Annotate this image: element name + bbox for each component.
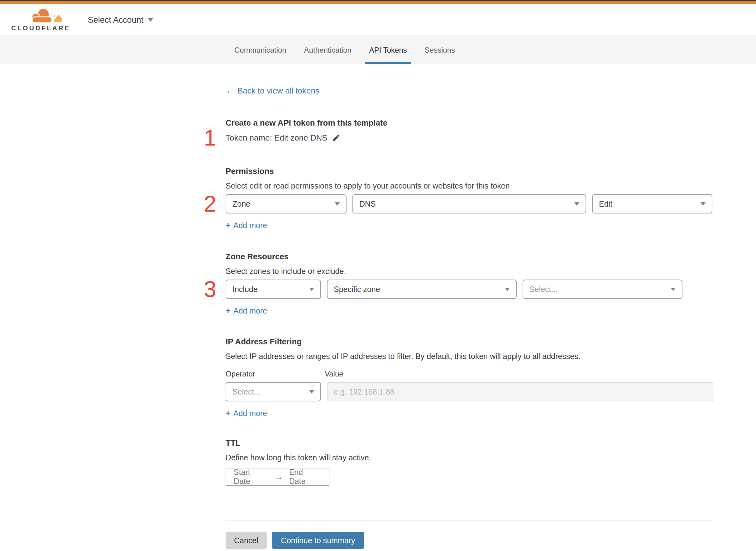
cloudflare-wordmark: CLOUDFLARE xyxy=(11,24,70,32)
section-description: Select IP addresses or ranges of IP addr… xyxy=(226,352,756,361)
end-date-label: End Date xyxy=(289,468,321,486)
dropdown-placeholder: Select... xyxy=(530,285,558,294)
arrow-right-icon: → xyxy=(275,472,283,482)
section-token-template: Create a new API token from this templat… xyxy=(226,118,756,143)
permission-scope-dropdown[interactable]: Zone xyxy=(226,194,346,213)
zone-type-dropdown[interactable]: Specific zone xyxy=(327,280,517,299)
zone-resources-row: 3 Include Specific zone Select... xyxy=(226,280,756,299)
ip-filtering-row: Select... xyxy=(226,382,756,401)
chevron-down-icon xyxy=(148,18,153,22)
caret-down-icon xyxy=(671,288,676,291)
tab-label: Authentication xyxy=(304,46,351,55)
zone-resources-add-more-link[interactable]: + Add more xyxy=(226,306,267,316)
edit-pencil-icon[interactable] xyxy=(332,134,340,142)
section-description: Select edit or read permissions to apply… xyxy=(226,181,756,190)
permission-access-dropdown[interactable]: Edit xyxy=(592,194,712,213)
ip-value-input xyxy=(327,382,713,401)
back-to-tokens-link[interactable]: ← Back to view all tokens xyxy=(226,86,319,95)
dropdown-value: Zone xyxy=(232,199,250,208)
permission-service-dropdown[interactable]: DNS xyxy=(352,194,586,213)
tab-authentication[interactable]: Authentication xyxy=(300,36,356,64)
ttl-date-range-picker[interactable]: Start Date → End Date xyxy=(226,468,329,486)
add-more-label: Add more xyxy=(233,409,267,418)
footer-divider xyxy=(226,520,714,520)
footer-actions: Cancel Continue to summary xyxy=(226,532,756,549)
main-content: ← Back to view all tokens Create a new A… xyxy=(0,64,756,549)
ip-operator-dropdown[interactable]: Select... xyxy=(226,382,321,401)
dropdown-value: Specific zone xyxy=(334,285,380,294)
section-title: TTL xyxy=(226,438,756,448)
back-arrow-icon: ← xyxy=(226,86,234,95)
step-number-1: 1 xyxy=(204,126,216,149)
cloudflare-cloud-icon xyxy=(26,8,65,24)
section-title: Permissions xyxy=(226,166,756,176)
tab-label: API Tokens xyxy=(369,46,407,55)
section-ttl: TTL Define how long this token will stay… xyxy=(226,438,756,486)
plus-icon: + xyxy=(226,306,231,316)
section-title: Create a new API token from this templat… xyxy=(226,118,756,128)
profile-tabbar: Communication Authentication API Tokens … xyxy=(0,36,756,64)
ip-filtering-labels: Operator Value xyxy=(226,370,756,378)
tab-communication[interactable]: Communication xyxy=(230,36,291,64)
cancel-button[interactable]: Cancel xyxy=(226,532,267,549)
cloudflare-logo[interactable]: CLOUDFLARE xyxy=(11,8,70,32)
ip-filtering-add-more-link[interactable]: + Add more xyxy=(226,409,267,418)
permissions-row: 2 Zone DNS Edit xyxy=(226,194,756,213)
dropdown-placeholder: Select... xyxy=(232,387,260,397)
caret-down-icon xyxy=(701,202,706,206)
brand-accent-bar xyxy=(0,1,756,4)
add-more-label: Add more xyxy=(233,221,267,230)
section-ip-filtering: IP Address Filtering Select IP addresses… xyxy=(226,337,756,418)
token-name-text: Token name: Edit zone DNS xyxy=(226,132,327,143)
tab-sessions[interactable]: Sessions xyxy=(421,36,459,64)
caret-down-icon xyxy=(309,390,314,394)
account-selector[interactable]: Select Account xyxy=(88,15,154,25)
value-label: Value xyxy=(325,370,343,378)
section-title: Zone Resources xyxy=(226,251,756,261)
permissions-add-more-link[interactable]: + Add more xyxy=(226,221,267,230)
plus-icon: + xyxy=(226,221,231,230)
section-title: IP Address Filtering xyxy=(226,337,756,347)
operator-label: Operator xyxy=(226,370,325,378)
plus-icon: + xyxy=(226,409,231,418)
dropdown-value: DNS xyxy=(359,199,376,208)
back-link-label: Back to view all tokens xyxy=(237,86,319,95)
zone-select-dropdown[interactable]: Select... xyxy=(523,280,682,299)
step-number-3: 3 xyxy=(204,278,216,301)
app-header: CLOUDFLARE Select Account xyxy=(0,4,756,36)
tab-label: Sessions xyxy=(425,46,455,55)
step-number-2: 2 xyxy=(204,192,216,215)
tab-api-tokens[interactable]: API Tokens xyxy=(365,36,411,64)
caret-down-icon xyxy=(335,202,340,206)
dropdown-value: Include xyxy=(232,285,258,294)
section-permissions: Permissions Select edit or read permissi… xyxy=(226,166,756,230)
caret-down-icon xyxy=(309,288,314,291)
caret-down-icon xyxy=(505,288,510,291)
start-date-label: Start Date xyxy=(234,468,269,486)
caret-down-icon xyxy=(574,202,579,206)
section-zone-resources: Zone Resources Select zones to include o… xyxy=(226,251,756,316)
token-name-line: 1 Token name: Edit zone DNS xyxy=(226,132,756,143)
section-description: Define how long this token will stay act… xyxy=(226,453,756,462)
zone-include-exclude-dropdown[interactable]: Include xyxy=(226,280,321,299)
add-more-label: Add more xyxy=(233,306,267,316)
tab-label: Communication xyxy=(234,46,286,55)
account-selector-label: Select Account xyxy=(88,15,144,25)
section-description: Select zones to include or exclude. xyxy=(226,266,756,276)
continue-to-summary-button[interactable]: Continue to summary xyxy=(272,532,364,549)
dropdown-value: Edit xyxy=(599,199,612,208)
